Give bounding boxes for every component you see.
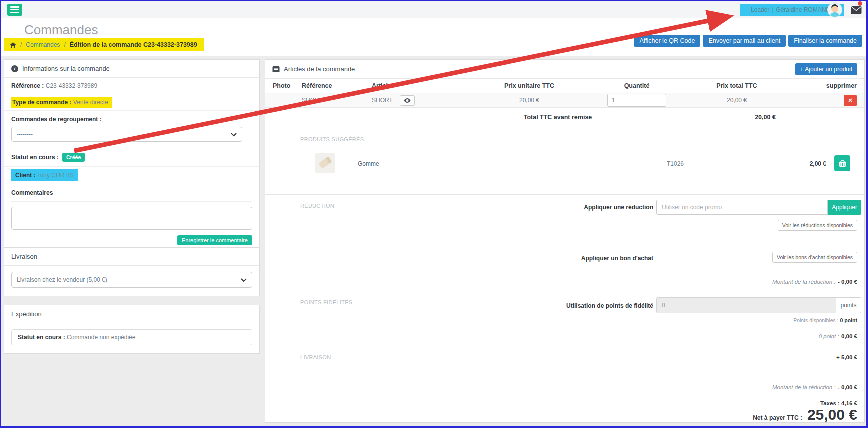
reference-label: Référence : [12,82,44,90]
delivery-fee-section: LIVRAISON + 5,00 € Montant de la réducti… [266,346,864,396]
home-icon[interactable] [10,42,16,48]
points-conversion-label: 0 point : [819,334,840,340]
suggested-name: Gomme [358,160,380,168]
chevron-down-icon [231,131,237,138]
delivery-reduction-value: - 0,00 € [838,384,858,390]
breadcrumb-link-commandes[interactable]: Commandes [26,42,60,48]
order-items-header: Articles de la commande + Ajouter un pro… [266,60,864,79]
show-qr-button[interactable]: Afficher le QR Code [634,35,700,47]
order-type-row: Type de commande : Vente directe [4,94,260,111]
mail-icon[interactable] [850,4,862,16]
breadcrumb-separator: / [64,42,66,48]
use-points-label: Utilisation de points de fidélité [534,302,654,310]
see-vouchers-button[interactable]: Voir les bons d'achat disponibles [772,252,858,263]
col-reference: Référence [302,82,372,90]
net-value: 25,00 € [808,406,858,424]
finalize-order-button[interactable]: Finaliser la commande [788,35,862,47]
menu-icon[interactable] [8,4,22,16]
page-header: Commandes / Commandes / Édition de la co… [2,18,866,56]
delivery-fee-value: + 5,00 € [836,354,858,360]
points-available-value: 0 point [840,318,858,324]
delivery-selected-value: Livraison chez le vendeur (5,00 €) [17,276,108,284]
client-value: Tony CURTIS [38,172,74,179]
send-mail-button[interactable]: Envoyer par mail au client [703,35,786,47]
client-label: Client : [16,172,36,179]
reference-row: Référence : C23-43332-373989 [4,78,260,94]
quantity-input[interactable] [608,94,666,107]
net-label: Net à payer TTC : [753,414,802,422]
shipping-card: Expédition Statut en cours : Commande no… [4,305,260,354]
page-title: Commandes [24,22,98,38]
subtotal-value: 20,00 € [736,114,796,121]
col-unit-price: Prix unitaire TTC [482,82,577,90]
order-type-highlight: Type de commande : Vente directe [12,97,112,108]
cart-icon[interactable] [834,156,850,172]
order-type-value: Vente directe [74,99,108,106]
item-article: SHORT [372,97,393,104]
reduction-amount-label: Montant de la réduction : [772,279,836,285]
avatar[interactable] [828,2,842,18]
shipping-status-label: Statut en cours : [18,334,66,341]
item-reference: SHORT [302,97,372,104]
chevron-down-icon [241,276,247,284]
reference-value: C23-43332-373989 [46,82,98,90]
apply-reduction-label: Appliquer une réduction [554,204,654,211]
status-badge: Créée [62,153,85,162]
order-info-header: i Informations sur la commande [4,60,260,78]
col-delete: supprimer [777,82,857,90]
comments-label: Commentaires [12,190,53,196]
breadcrumb-separator: / [20,42,22,48]
top-navbar: Leader | Géraldine ROMANET [2,2,866,18]
shipping-card-title: Expédition [4,306,260,324]
info-icon: i [12,66,18,72]
col-quantity: Quantité [577,82,697,90]
order-info-title: Informations sur la commande [22,65,110,72]
comment-textarea[interactable] [12,207,252,230]
suggested-reference: T1026 [650,160,700,168]
items-table-header: Photo Référence Article Prix unitaire TT… [266,79,864,93]
grouping-select[interactable]: -------- [12,127,242,142]
promo-code-input[interactable] [656,200,828,215]
client-highlight: Client : Tony CURTIS [12,170,78,182]
notification-dot [858,2,862,6]
subtotal-row: Total TTC avant remise 20,00 € [266,108,864,128]
client-row: Client : Tony CURTIS [4,167,260,184]
see-reductions-button[interactable]: Voir les réductions disponibles [778,220,858,231]
col-article: Article [372,82,482,90]
grouping-label: Commandes de regroupement : [12,116,102,123]
grouping-row: Commandes de regroupement : -------- [4,111,260,148]
delete-item-button[interactable]: ✕ [844,95,857,106]
delivery-reduction-label: Montant de la réduction : [772,384,836,390]
reduction-title: RÉDUCTION [300,203,334,209]
loyalty-section: POINTS FIDÉLITÉS Utilisation de points d… [266,291,864,346]
plus-icon: + [800,66,804,73]
points-available-label: Points disponibles : [794,318,838,324]
breadcrumb: / Commandes / Édition de la commande C23… [4,38,204,52]
reduction-section: RÉDUCTION Appliquer une réduction Appliq… [266,194,864,291]
user-name: Géraldine ROMANET [776,6,834,14]
shipping-status-box: Statut en cours : Commande non expédiée [12,330,252,346]
header-actions: Afficher le QR Code Envoyer par mail au … [634,35,862,47]
shipping-status-value: Commande non expédiée [67,334,136,341]
add-product-button[interactable]: + Ajouter un produit [796,64,858,76]
status-label: Statut en cours : [12,154,59,161]
grouping-selected-value: -------- [17,131,33,138]
points-input[interactable] [656,298,836,314]
points-conversion-value: 0,00 € [842,334,858,340]
item-unit-price: 20,00 € [482,97,577,104]
apply-promo-button[interactable]: Appliquer [828,200,862,215]
taxes-value: 4,16 € [842,400,858,406]
eye-icon[interactable] [400,96,415,106]
col-total-price: Prix total TTC [697,82,777,90]
product-photo [316,154,336,174]
save-comment-button[interactable]: Enregistrer le commentaire [178,236,252,246]
delivery-method-select[interactable]: Livraison chez le vendeur (5,00 €) [12,272,252,288]
suggested-products-section: PRODUITS SUGGÉRÉS Gomme T1026 2,00 € [266,128,864,194]
order-info-card: i Informations sur la commande Référence… [4,60,260,253]
suggested-title: PRODUITS SUGGÉRÉS [300,136,364,142]
delivery-card-title: Livraison [4,248,260,266]
table-row: SHORT SHORT 20,00 € 20,00 € ✕ [266,93,864,108]
app-screen: Leader | Géraldine ROMANET Commandes [0,0,868,428]
taxes-label: Taxes : [820,400,840,406]
loyalty-title: POINTS FIDÉLITÉS [300,300,352,306]
